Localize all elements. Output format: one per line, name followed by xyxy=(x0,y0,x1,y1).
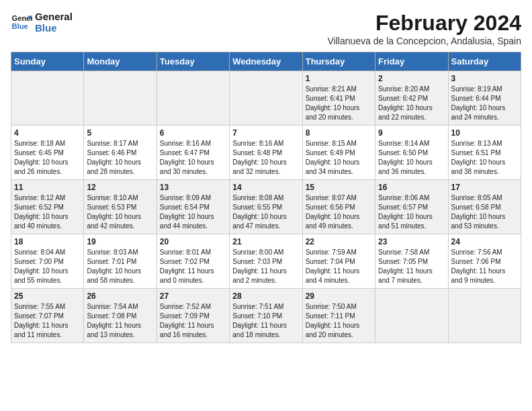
header-sunday: Sunday xyxy=(11,52,84,71)
day-info: Sunrise: 7:55 AM Sunset: 7:07 PM Dayligh… xyxy=(14,302,81,340)
day-number: 10 xyxy=(451,128,518,138)
day-number: 28 xyxy=(232,291,299,301)
day-info: Sunrise: 8:09 AM Sunset: 6:54 PM Dayligh… xyxy=(160,193,226,231)
calendar-cell: 14Sunrise: 8:08 AM Sunset: 6:55 PM Dayli… xyxy=(230,180,302,234)
calendar-cell: 24Sunrise: 7:56 AM Sunset: 7:06 PM Dayli… xyxy=(448,234,521,289)
calendar-cell: 20Sunrise: 8:01 AM Sunset: 7:02 PM Dayli… xyxy=(157,234,229,289)
day-info: Sunrise: 8:16 AM Sunset: 6:48 PM Dayligh… xyxy=(232,139,299,177)
calendar-cell: 23Sunrise: 7:58 AM Sunset: 7:05 PM Dayli… xyxy=(375,234,448,289)
calendar-header-row: SundayMondayTuesdayWednesdayThursdayFrid… xyxy=(11,52,521,71)
day-number: 14 xyxy=(232,183,299,192)
day-number: 11 xyxy=(14,183,81,192)
svg-text:General: General xyxy=(12,14,32,22)
day-info: Sunrise: 8:20 AM Sunset: 6:42 PM Dayligh… xyxy=(378,85,445,122)
day-number: 2 xyxy=(378,74,445,83)
calendar-cell: 22Sunrise: 7:59 AM Sunset: 7:04 PM Dayli… xyxy=(302,234,375,289)
location-subtitle: Villanueva de la Concepcion, Andalusia, … xyxy=(327,36,521,46)
day-info: Sunrise: 8:07 AM Sunset: 6:56 PM Dayligh… xyxy=(306,193,372,231)
logo-line2: Blue xyxy=(35,22,73,34)
logo-line1: General xyxy=(35,11,73,22)
calendar-cell: 26Sunrise: 7:54 AM Sunset: 7:08 PM Dayli… xyxy=(84,289,157,343)
header-wednesday: Wednesday xyxy=(230,52,302,71)
day-info: Sunrise: 8:05 AM Sunset: 6:58 PM Dayligh… xyxy=(451,193,518,231)
calendar-cell: 15Sunrise: 8:07 AM Sunset: 6:56 PM Dayli… xyxy=(302,180,375,234)
day-info: Sunrise: 7:56 AM Sunset: 7:06 PM Dayligh… xyxy=(451,248,518,285)
header-thursday: Thursday xyxy=(302,52,375,71)
calendar-cell: 25Sunrise: 7:55 AM Sunset: 7:07 PM Dayli… xyxy=(11,289,84,343)
day-number: 13 xyxy=(160,183,226,192)
page-header: General Blue General Blue February 2024 … xyxy=(11,11,521,46)
calendar-cell: 18Sunrise: 8:04 AM Sunset: 7:00 PM Dayli… xyxy=(11,234,84,289)
day-number: 27 xyxy=(160,291,226,301)
logo-icon: General Blue xyxy=(11,11,32,33)
calendar-cell xyxy=(230,71,302,126)
calendar-week-row: 18Sunrise: 8:04 AM Sunset: 7:00 PM Dayli… xyxy=(11,234,521,289)
header-monday: Monday xyxy=(84,52,157,71)
day-info: Sunrise: 8:01 AM Sunset: 7:02 PM Dayligh… xyxy=(160,248,226,285)
calendar-table: SundayMondayTuesdayWednesdayThursdayFrid… xyxy=(11,52,521,343)
day-info: Sunrise: 8:19 AM Sunset: 6:44 PM Dayligh… xyxy=(451,85,518,122)
day-info: Sunrise: 8:17 AM Sunset: 6:46 PM Dayligh… xyxy=(87,139,153,177)
day-info: Sunrise: 8:14 AM Sunset: 6:50 PM Dayligh… xyxy=(378,139,445,177)
day-info: Sunrise: 8:10 AM Sunset: 6:53 PM Dayligh… xyxy=(87,193,153,231)
day-info: Sunrise: 7:52 AM Sunset: 7:09 PM Dayligh… xyxy=(160,302,226,340)
day-number: 16 xyxy=(378,183,445,192)
day-number: 24 xyxy=(451,237,518,246)
day-number: 7 xyxy=(232,128,299,138)
calendar-cell: 12Sunrise: 8:10 AM Sunset: 6:53 PM Dayli… xyxy=(84,180,157,234)
calendar-week-row: 1Sunrise: 8:21 AM Sunset: 6:41 PM Daylig… xyxy=(11,71,521,126)
day-info: Sunrise: 8:00 AM Sunset: 7:03 PM Dayligh… xyxy=(232,248,299,285)
day-number: 4 xyxy=(14,128,81,138)
calendar-cell: 7Sunrise: 8:16 AM Sunset: 6:48 PM Daylig… xyxy=(230,126,302,180)
day-info: Sunrise: 8:21 AM Sunset: 6:41 PM Dayligh… xyxy=(306,85,372,122)
day-info: Sunrise: 7:58 AM Sunset: 7:05 PM Dayligh… xyxy=(378,248,445,285)
day-number: 26 xyxy=(87,291,153,301)
calendar-cell: 21Sunrise: 8:00 AM Sunset: 7:03 PM Dayli… xyxy=(230,234,302,289)
calendar-cell: 9Sunrise: 8:14 AM Sunset: 6:50 PM Daylig… xyxy=(375,126,448,180)
calendar-cell: 16Sunrise: 8:06 AM Sunset: 6:57 PM Dayli… xyxy=(375,180,448,234)
calendar-cell: 27Sunrise: 7:52 AM Sunset: 7:09 PM Dayli… xyxy=(157,289,229,343)
calendar-cell: 17Sunrise: 8:05 AM Sunset: 6:58 PM Dayli… xyxy=(448,180,521,234)
day-info: Sunrise: 7:59 AM Sunset: 7:04 PM Dayligh… xyxy=(306,248,372,285)
logo: General Blue General Blue xyxy=(11,11,73,34)
title-block: February 2024 Villanueva de la Concepcio… xyxy=(327,11,521,46)
calendar-cell: 6Sunrise: 8:16 AM Sunset: 6:47 PM Daylig… xyxy=(157,126,229,180)
day-info: Sunrise: 8:16 AM Sunset: 6:47 PM Dayligh… xyxy=(160,139,226,177)
calendar-cell xyxy=(84,71,157,126)
day-number: 9 xyxy=(378,128,445,138)
calendar-cell: 3Sunrise: 8:19 AM Sunset: 6:44 PM Daylig… xyxy=(448,71,521,126)
month-title: February 2024 xyxy=(327,11,521,36)
calendar-cell: 1Sunrise: 8:21 AM Sunset: 6:41 PM Daylig… xyxy=(302,71,375,126)
calendar-cell: 19Sunrise: 8:03 AM Sunset: 7:01 PM Dayli… xyxy=(84,234,157,289)
day-number: 19 xyxy=(87,237,153,246)
day-info: Sunrise: 8:04 AM Sunset: 7:00 PM Dayligh… xyxy=(14,248,81,285)
calendar-cell xyxy=(448,289,521,343)
day-number: 17 xyxy=(451,183,518,192)
svg-text:Blue: Blue xyxy=(12,22,28,30)
calendar-week-row: 25Sunrise: 7:55 AM Sunset: 7:07 PM Dayli… xyxy=(11,289,521,343)
day-info: Sunrise: 8:06 AM Sunset: 6:57 PM Dayligh… xyxy=(378,193,445,231)
day-info: Sunrise: 8:15 AM Sunset: 6:49 PM Dayligh… xyxy=(306,139,372,177)
header-friday: Friday xyxy=(375,52,448,71)
day-number: 8 xyxy=(306,128,372,138)
day-number: 12 xyxy=(87,183,153,192)
calendar-cell: 29Sunrise: 7:50 AM Sunset: 7:11 PM Dayli… xyxy=(302,289,375,343)
day-number: 18 xyxy=(14,237,81,246)
calendar-cell xyxy=(11,71,84,126)
day-info: Sunrise: 8:13 AM Sunset: 6:51 PM Dayligh… xyxy=(451,139,518,177)
calendar-cell xyxy=(157,71,229,126)
day-info: Sunrise: 7:54 AM Sunset: 7:08 PM Dayligh… xyxy=(87,302,153,340)
day-info: Sunrise: 8:03 AM Sunset: 7:01 PM Dayligh… xyxy=(87,248,153,285)
day-number: 1 xyxy=(306,74,372,83)
calendar-cell: 8Sunrise: 8:15 AM Sunset: 6:49 PM Daylig… xyxy=(302,126,375,180)
calendar-week-row: 4Sunrise: 8:18 AM Sunset: 6:45 PM Daylig… xyxy=(11,126,521,180)
day-number: 6 xyxy=(160,128,226,138)
day-info: Sunrise: 8:08 AM Sunset: 6:55 PM Dayligh… xyxy=(232,193,299,231)
calendar-week-row: 11Sunrise: 8:12 AM Sunset: 6:52 PM Dayli… xyxy=(11,180,521,234)
calendar-cell: 11Sunrise: 8:12 AM Sunset: 6:52 PM Dayli… xyxy=(11,180,84,234)
day-number: 20 xyxy=(160,237,226,246)
day-number: 5 xyxy=(87,128,153,138)
calendar-cell xyxy=(375,289,448,343)
calendar-cell: 28Sunrise: 7:51 AM Sunset: 7:10 PM Dayli… xyxy=(230,289,302,343)
calendar-cell: 13Sunrise: 8:09 AM Sunset: 6:54 PM Dayli… xyxy=(157,180,229,234)
